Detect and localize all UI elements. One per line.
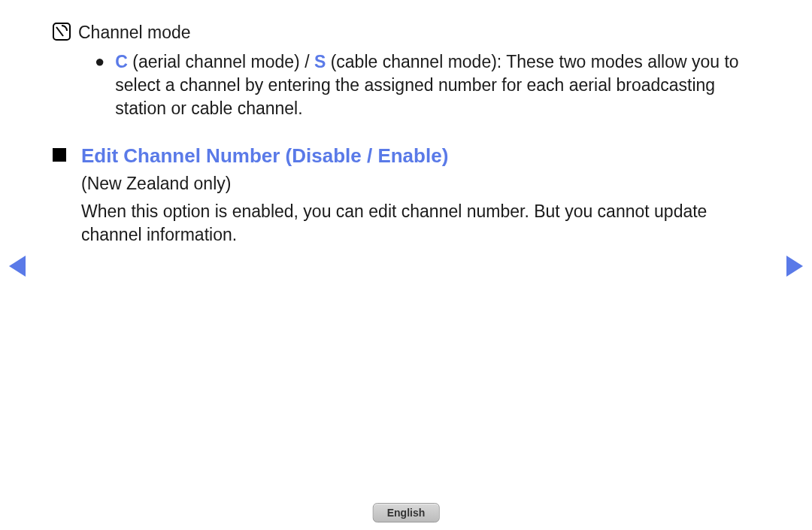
edit-channel-section-header: Edit Channel Number (Disable / Enable) [53,143,759,169]
note-icon [53,23,71,41]
edit-channel-title: Edit Channel Number (Disable / Enable) [81,143,448,169]
square-icon [53,148,66,162]
edit-channel-body: When this option is enabled, you can edi… [53,200,759,247]
page-content: Channel mode ● C (aerial channel mode) /… [0,0,812,247]
channel-mode-bullet: ● C (aerial channel mode) / S (cable cha… [53,50,759,120]
aerial-mode-label: C [115,52,128,71]
nav-next-arrow[interactable] [786,256,803,277]
aerial-mode-text: (aerial channel mode) / [128,52,314,71]
channel-mode-bullet-text: C (aerial channel mode) / S (cable chann… [115,50,759,120]
channel-mode-row: Channel mode [53,21,759,44]
cable-mode-label: S [314,52,326,71]
nav-prev-arrow[interactable] [9,256,26,277]
channel-mode-title: Channel mode [78,21,191,44]
language-button[interactable]: English [373,503,440,522]
bullet-icon: ● [95,52,105,71]
edit-channel-subtitle: (New Zealand only) [53,172,759,195]
